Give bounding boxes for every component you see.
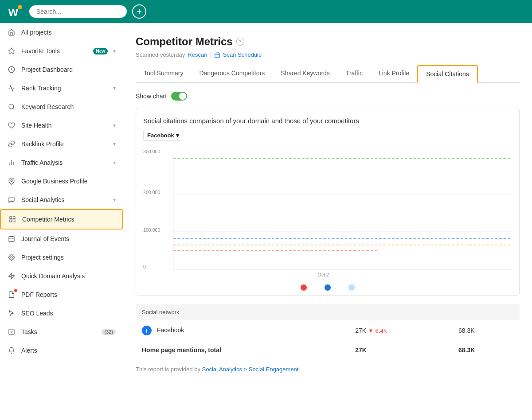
tab-link-profile[interactable]: Link Profile (371, 65, 417, 83)
sidebar-item-competitor-metrics[interactable]: Competitor Metrics (0, 209, 123, 229)
chat-icon (7, 195, 16, 204)
add-button[interactable]: + (132, 4, 146, 19)
table-row: f Facebook 27K ▼ 6.4K 68.3K (136, 320, 520, 341)
svg-text:w: w (8, 5, 18, 19)
svg-rect-21 (215, 53, 220, 57)
table-cell-value2: 68.3K (452, 341, 520, 359)
sidebar-item-rank-tracking[interactable]: Rank Tracking ▾ (0, 79, 123, 97)
sidebar-item-tasks[interactable]: Tasks (32) (0, 323, 123, 341)
sidebar-item-traffic-analysis[interactable]: Traffic Analysis ▾ (0, 153, 123, 172)
sidebar-item-label: SEO Leads (21, 310, 116, 317)
tab-social-citations[interactable]: Social Citations (417, 65, 478, 83)
svg-point-4 (9, 104, 14, 109)
sidebar-item-label: Quick Domain Analysis (21, 272, 116, 280)
bell-icon (7, 346, 16, 355)
sidebar-item-label: Project Dashboard (21, 66, 116, 73)
sidebar-item-label: Google Business Profile (21, 178, 116, 185)
tab-dangerous-competitors[interactable]: Dangerous Competitors (191, 65, 273, 83)
key-icon (7, 102, 16, 111)
sidebar-item-label: Favorite Tools (21, 47, 88, 54)
chart-legend (143, 284, 512, 291)
sidebar-item-all-projects[interactable]: All projects (0, 23, 123, 42)
sidebar-item-label: Project settings (21, 254, 116, 261)
rescan-link[interactable]: Rescan (188, 51, 207, 58)
show-chart-toggle[interactable] (171, 92, 187, 101)
logo: w (7, 3, 24, 20)
sidebar-item-social-analytics[interactable]: Social Analytics ▾ (0, 191, 123, 209)
sidebar-item-label: Backlink Profile (21, 140, 108, 148)
sidebar-item-label: Traffic Analysis (21, 159, 108, 166)
chevron-icon: ▾ (113, 48, 116, 54)
svg-marker-19 (9, 273, 14, 279)
chevron-icon: ▾ (113, 141, 116, 147)
sidebar-item-label: PDF Reports (21, 291, 116, 298)
sidebar-item-journal-events[interactable]: Journal of Events (0, 229, 123, 248)
main-content: Competitor Metrics ? Scanned yesterday R… (123, 23, 532, 420)
chart-svg-wrap: 300,000 200,000 100,000 0 (143, 145, 512, 280)
legend-item-1 (301, 284, 307, 291)
cursor-icon (7, 309, 16, 318)
table-row: Home page mentions, total 27K 68.3K (136, 341, 520, 359)
sidebar-item-alerts[interactable]: Alerts (0, 341, 123, 360)
chevron-icon: ▾ (113, 197, 116, 203)
bar-chart-icon (7, 158, 16, 167)
sidebar-item-label: Keyword Research (21, 103, 116, 110)
scan-schedule-link[interactable]: Scan Schedule (223, 51, 262, 58)
topbar: w + (0, 0, 532, 23)
svg-point-18 (11, 257, 12, 258)
checklist-icon (7, 327, 16, 336)
sidebar-item-label: Tasks (21, 328, 96, 335)
table-col-1: Social network (136, 304, 349, 320)
tasks-count-badge: (32) (102, 329, 116, 335)
table-cell-value2: 68.3K (452, 320, 520, 341)
facebook-icon: f (142, 326, 152, 335)
grid-icon (8, 215, 17, 224)
new-badge: New (93, 48, 108, 54)
sidebar-item-keyword-research[interactable]: Keyword Research (0, 97, 123, 116)
calendar-small-icon (214, 52, 220, 58)
tab-tool-summary[interactable]: Tool Summary (136, 65, 191, 83)
layout: All projects Favorite Tools New ▾ Projec… (0, 23, 532, 420)
chart-title: Social citations comparison of your doma… (143, 117, 512, 124)
sidebar-item-label: Alerts (21, 347, 116, 354)
sidebar-item-favorite-tools[interactable]: Favorite Tools New ▾ (0, 42, 123, 60)
sidebar-item-project-dashboard[interactable]: Project Dashboard (0, 60, 123, 79)
report-link[interactable]: Social Analytics > Social Engagement (202, 366, 299, 373)
tab-shared-keywords[interactable]: Shared Keywords (273, 65, 338, 83)
svg-text:300,000: 300,000 (143, 149, 160, 154)
sidebar-item-quick-domain[interactable]: Quick Domain Analysis (0, 267, 123, 285)
svg-text:Oct 2: Oct 2 (318, 272, 329, 277)
dashboard-icon (7, 65, 16, 74)
help-icon[interactable]: ? (236, 38, 244, 46)
sidebar-item-project-settings[interactable]: Project settings (0, 248, 123, 267)
sidebar-item-label: Competitor Metrics (22, 216, 115, 223)
sidebar-item-site-health[interactable]: Site Health ▾ (0, 116, 123, 135)
sidebar-item-label: All projects (21, 29, 116, 36)
scan-info: Scanned yesterday Rescan | Scan Schedule (136, 51, 520, 58)
legend-item-3 (348, 284, 355, 291)
sidebar-item-label: Rank Tracking (21, 85, 108, 92)
page-title: Competitor Metrics ? (136, 35, 520, 48)
table-col-3 (452, 304, 520, 320)
svg-point-9 (11, 180, 12, 182)
scan-text: Scanned yesterday (136, 51, 185, 58)
link-icon (7, 140, 16, 148)
search-input[interactable] (29, 5, 127, 18)
chevron-icon: ▾ (113, 159, 116, 166)
tab-traffic[interactable]: Traffic (338, 65, 371, 83)
sidebar-item-backlink-profile[interactable]: Backlink Profile ▾ (0, 135, 123, 153)
svg-rect-13 (10, 220, 12, 222)
facebook-dropdown[interactable]: Facebook ▾ (143, 130, 183, 141)
show-chart-label: Show chart (136, 93, 167, 100)
svg-line-5 (13, 108, 14, 109)
sidebar-item-google-business[interactable]: Google Business Profile (0, 172, 123, 191)
heart-icon (7, 121, 16, 130)
sidebar-item-seo-leads[interactable]: SEO Leads (0, 304, 123, 323)
file-icon (7, 290, 16, 299)
sidebar-item-pdf-reports[interactable]: PDF Reports (0, 285, 123, 304)
svg-text:200,000: 200,000 (143, 190, 160, 195)
svg-text:100,000: 100,000 (143, 227, 160, 233)
chevron-icon: ▾ (113, 85, 116, 91)
gear-icon (7, 253, 16, 262)
legend-dot-red (301, 284, 307, 291)
